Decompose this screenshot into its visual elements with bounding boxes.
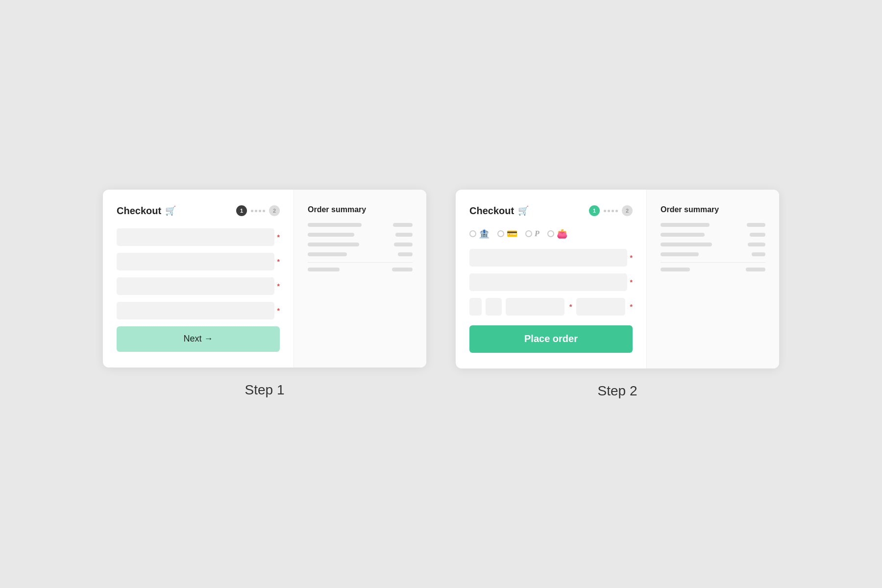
step1-header: Checkout 🛒 1 bbox=[117, 205, 280, 217]
summary-total-row bbox=[308, 268, 413, 271]
field-2[interactable] bbox=[117, 253, 274, 270]
summary-total-price bbox=[392, 268, 413, 271]
step1-title-text: Checkout bbox=[117, 205, 161, 217]
step2-order-summary-title: Order summary bbox=[661, 205, 765, 214]
next-button[interactable]: Next → bbox=[117, 326, 280, 352]
step2-group: Checkout 🛒 1 bbox=[456, 190, 779, 399]
field-row-3: * bbox=[117, 277, 280, 295]
small-field-4[interactable] bbox=[576, 298, 625, 316]
summary-price-1 bbox=[393, 223, 413, 227]
summary-row-1 bbox=[308, 223, 413, 227]
required-star-1: * bbox=[277, 233, 280, 241]
step2-header: Checkout 🛒 1 bbox=[469, 205, 633, 217]
small-field-3-group: * bbox=[506, 298, 572, 316]
step2-summary-row-4 bbox=[661, 252, 765, 256]
step2-left-panel: Checkout 🛒 1 bbox=[456, 190, 647, 368]
dot-seg-6 bbox=[608, 210, 610, 212]
step1-right-panel: Order summary bbox=[294, 190, 426, 368]
step2-required-star-4: * bbox=[630, 303, 633, 311]
dot-seg-4 bbox=[263, 210, 265, 212]
step2-step-indicator: 1 2 bbox=[589, 205, 633, 216]
step2-title-text: Checkout bbox=[469, 205, 514, 217]
step2-summary-total-bar bbox=[661, 268, 690, 271]
step1-card: Checkout 🛒 1 bbox=[103, 190, 426, 368]
step2-cart-icon: 🛒 bbox=[518, 205, 529, 216]
summary-row-2 bbox=[308, 233, 413, 237]
radio-bank[interactable] bbox=[469, 230, 476, 237]
payment-option-bank[interactable]: 🏦 bbox=[469, 228, 490, 239]
step2-required-star-1: * bbox=[630, 254, 633, 262]
step2-summary-price-4 bbox=[752, 252, 765, 256]
step2-field-1[interactable] bbox=[469, 249, 627, 267]
step1-title: Checkout 🛒 bbox=[117, 205, 176, 217]
step2-required-star-2: * bbox=[630, 278, 633, 286]
place-order-label: Place order bbox=[524, 333, 578, 344]
step2-summary-total-row bbox=[661, 268, 765, 271]
step1-dot-1: 1 bbox=[236, 205, 247, 216]
payment-methods: 🏦 💳 P 👛 bbox=[469, 228, 633, 239]
required-star-3: * bbox=[277, 282, 280, 290]
step1-left-panel: Checkout 🛒 1 bbox=[103, 190, 294, 368]
summary-total-bar bbox=[308, 268, 340, 271]
dot-seg-7 bbox=[612, 210, 614, 212]
place-order-button[interactable]: Place order bbox=[469, 325, 633, 353]
summary-bar-2 bbox=[308, 233, 354, 237]
field-1[interactable] bbox=[117, 228, 274, 246]
small-field-2[interactable] bbox=[486, 298, 502, 316]
card-icon: 💳 bbox=[507, 228, 517, 239]
step2-summary-row-2 bbox=[661, 233, 765, 237]
step2-summary-bar-3 bbox=[661, 243, 712, 246]
small-field-1[interactable] bbox=[469, 298, 482, 316]
summary-divider bbox=[308, 262, 413, 263]
small-field-3[interactable] bbox=[506, 298, 564, 316]
step2-title: Checkout 🛒 bbox=[469, 205, 529, 217]
payment-option-wallet[interactable]: 👛 bbox=[547, 228, 567, 239]
required-star-2: * bbox=[277, 258, 280, 266]
step1-group: Checkout 🛒 1 bbox=[103, 190, 426, 398]
field-4[interactable] bbox=[117, 302, 274, 319]
step2-required-star-3: * bbox=[569, 303, 572, 311]
step2-summary-price-2 bbox=[750, 233, 765, 237]
step2-field-2[interactable] bbox=[469, 273, 627, 291]
next-button-label: Next → bbox=[183, 334, 213, 344]
step1-label: Step 1 bbox=[245, 382, 285, 398]
step2-dots-line bbox=[604, 210, 618, 212]
dot-seg-2 bbox=[255, 210, 257, 212]
dot-seg-8 bbox=[615, 210, 618, 212]
summary-price-2 bbox=[395, 233, 413, 237]
payment-option-paypal[interactable]: P bbox=[525, 229, 539, 238]
summary-price-3 bbox=[394, 243, 413, 246]
step2-right-panel: Order summary bbox=[647, 190, 779, 368]
field-row-1: * bbox=[117, 228, 280, 246]
dot-seg-3 bbox=[259, 210, 261, 212]
step1-order-summary-title: Order summary bbox=[308, 205, 413, 214]
wireframes-container: Checkout 🛒 1 bbox=[103, 190, 779, 399]
step2-summary-total-price bbox=[746, 268, 765, 271]
step1-dot-2: 2 bbox=[269, 205, 280, 216]
paypal-icon: P bbox=[535, 229, 539, 238]
radio-paypal[interactable] bbox=[525, 230, 532, 237]
bank-icon: 🏦 bbox=[479, 228, 490, 239]
step1-dots-line bbox=[251, 210, 265, 212]
step2-card: Checkout 🛒 1 bbox=[456, 190, 779, 368]
dot-seg-1 bbox=[251, 210, 253, 212]
step2-summary-row-3 bbox=[661, 243, 765, 246]
field-row-4: * bbox=[117, 302, 280, 319]
step2-summary-bar-4 bbox=[661, 252, 699, 256]
step2-label: Step 2 bbox=[598, 383, 637, 399]
step2-field-row-2: * bbox=[469, 273, 633, 291]
required-star-4: * bbox=[277, 307, 280, 315]
step2-summary-bar-2 bbox=[661, 233, 705, 237]
radio-wallet[interactable] bbox=[547, 230, 554, 237]
wallet-icon: 👛 bbox=[557, 228, 567, 239]
radio-card[interactable] bbox=[497, 230, 504, 237]
summary-bar-1 bbox=[308, 223, 362, 227]
step2-summary-bar-1 bbox=[661, 223, 710, 227]
summary-price-4 bbox=[398, 252, 413, 256]
step1-step-indicator: 1 2 bbox=[236, 205, 280, 216]
step1-cart-icon: 🛒 bbox=[165, 205, 176, 216]
field-3[interactable] bbox=[117, 277, 274, 295]
field-row-2: * bbox=[117, 253, 280, 270]
payment-option-card[interactable]: 💳 bbox=[497, 228, 517, 239]
step2-summary-divider bbox=[661, 262, 765, 263]
